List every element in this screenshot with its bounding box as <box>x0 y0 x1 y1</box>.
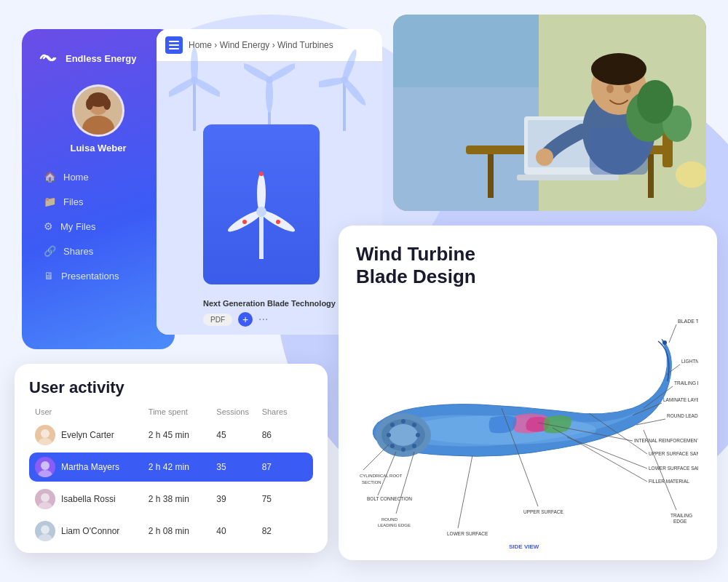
photo-panel <box>393 15 706 211</box>
sidebar-item-home[interactable]: 🏠Home <box>36 165 160 188</box>
row-sessions-2: 39 <box>216 494 261 504</box>
svg-text:ROUND: ROUND <box>381 517 398 522</box>
bg-windmills <box>157 44 382 131</box>
svg-rect-38 <box>517 175 619 180</box>
row-name-3: Liam O'Connor <box>61 526 119 536</box>
user-avatar-1 <box>35 457 55 477</box>
svg-text:BOLT CONNECTION: BOLT CONNECTION <box>367 496 412 501</box>
svg-text:UPPER SURFACE: UPPER SURFACE <box>523 509 564 514</box>
svg-point-15 <box>266 76 273 84</box>
svg-point-45 <box>536 148 553 166</box>
nav-items: 🏠Home📁Files⚙My Files🔗Shares🖥Presentation… <box>36 165 160 287</box>
sidebar-item-shares[interactable]: 🔗Shares <box>36 239 160 263</box>
svg-line-72 <box>669 324 676 343</box>
diagram-panel: Wind TurbineBlade Design <box>339 226 717 560</box>
svg-text:EDGE: EDGE <box>673 519 687 524</box>
row-name-2: Isabella Rossi <box>61 494 116 504</box>
svg-text:TRAILING: TRAILING <box>670 513 692 518</box>
svg-point-25 <box>256 207 266 217</box>
svg-text:LIGHTNING RECEPTOR: LIGHTNING RECEPTOR <box>681 359 698 364</box>
card-info: Next Generation Blade Technology PDF + ·… <box>203 299 336 327</box>
svg-point-71 <box>662 340 667 345</box>
svg-text:TRAILING EDGE: TRAILING EDGE <box>674 380 698 386</box>
col-time: Time spent <box>149 407 217 416</box>
svg-point-28 <box>276 220 280 224</box>
svg-point-58 <box>38 534 52 541</box>
svg-point-52 <box>38 438 52 445</box>
activity-title: User activity <box>29 378 313 397</box>
svg-point-57 <box>41 525 50 534</box>
row-shares-0: 86 <box>262 430 307 440</box>
svg-point-55 <box>41 493 50 502</box>
presentations-icon: 🖥 <box>44 270 54 282</box>
row-user-0: Evelyn Carter <box>35 425 149 445</box>
svg-line-95 <box>396 452 414 514</box>
svg-point-41 <box>591 53 646 85</box>
wind-card-wrapper: Next Generation Blade Technology PDF + ·… <box>203 124 336 327</box>
more-options[interactable]: ··· <box>258 313 268 326</box>
svg-point-62 <box>389 424 418 446</box>
user-name: Luisa Weber <box>70 143 126 154</box>
table-row: Martha Mayers 2 h 42 min 35 87 <box>29 453 313 482</box>
row-name-1: Martha Mayers <box>61 462 119 472</box>
sidebar-panel: Endless Energy Luisa Weber 🏠Home📁Files⚙M… <box>22 29 175 349</box>
svg-point-69 <box>390 444 395 448</box>
svg-point-26 <box>259 172 264 176</box>
svg-point-54 <box>38 470 52 477</box>
svg-text:INTERNAL REINFORCEMENT: INTERNAL REINFORCEMENT <box>634 438 698 443</box>
row-time-3: 2 h 08 min <box>149 526 217 536</box>
photo-illustration <box>393 15 706 211</box>
svg-point-70 <box>387 433 391 437</box>
turbine-svg <box>218 146 305 263</box>
svg-text:UPPER SURFACE SANDWICH SHELL: UPPER SURFACE SANDWICH SHELL <box>649 451 698 456</box>
svg-text:LOWER SURFACE: LOWER SURFACE <box>447 531 488 536</box>
row-shares-2: 75 <box>262 494 307 504</box>
home-icon: 🏠 <box>44 171 56 183</box>
svg-text:LEADING EDGE: LEADING EDGE <box>378 523 411 527</box>
svg-point-27 <box>242 220 247 224</box>
svg-rect-21 <box>259 212 264 259</box>
photo-inner <box>393 15 706 211</box>
svg-point-65 <box>412 423 416 427</box>
svg-point-64 <box>401 419 405 423</box>
pdf-badge[interactable]: PDF <box>203 314 232 326</box>
diagram-visual: BLADE TIP LIGHTNING RECEPTOR LAMINATE LA… <box>356 295 700 560</box>
nav-label-my-files: My Files <box>60 221 95 232</box>
svg-point-50 <box>676 162 706 188</box>
table-row: Evelyn Carter 2 h 45 min 45 86 <box>29 420 313 450</box>
logo-text: Endless Energy <box>66 53 137 64</box>
row-shares-3: 82 <box>262 526 307 536</box>
sidebar-item-my-files[interactable]: ⚙My Files <box>36 215 160 238</box>
svg-line-90 <box>363 445 389 470</box>
svg-text:LAMINATE LAYERS: LAMINATE LAYERS <box>663 397 698 402</box>
row-time-0: 2 h 45 min <box>149 430 217 440</box>
sidebar-item-presentations[interactable]: 🖥Presentations <box>36 264 160 287</box>
table-row: Liam O'Connor 2 h 08 min 40 82 <box>29 517 313 546</box>
svg-point-66 <box>416 433 420 437</box>
user-avatar-2 <box>35 489 55 509</box>
svg-text:FILLER MATERIAL: FILLER MATERIAL <box>649 479 689 484</box>
svg-point-43 <box>624 84 631 93</box>
svg-rect-16 <box>343 80 346 131</box>
row-name-0: Evelyn Carter <box>61 430 114 440</box>
logo-icon <box>36 47 60 70</box>
svg-text:LOWER SURFACE SANDWICH SHELL: LOWER SURFACE SANDWICH SHELL <box>649 466 698 471</box>
svg-point-42 <box>606 84 614 93</box>
svg-point-51 <box>41 429 50 438</box>
table-row: Isabella Rossi 2 h 38 min 39 75 <box>29 485 313 514</box>
svg-point-63 <box>390 423 395 427</box>
card-label: Next Generation Blade Technology <box>203 299 336 308</box>
svg-text:BLADE TIP: BLADE TIP <box>678 319 698 324</box>
user-avatar-0 <box>35 425 55 445</box>
row-sessions-0: 45 <box>216 430 261 440</box>
add-button[interactable]: + <box>238 312 253 327</box>
svg-rect-35 <box>648 154 654 198</box>
row-time-2: 2 h 38 min <box>149 494 217 504</box>
svg-point-53 <box>41 461 50 470</box>
svg-point-67 <box>412 444 416 448</box>
menu-line1 <box>169 41 179 42</box>
svg-text:CYLINDRICAL ROOT: CYLINDRICAL ROOT <box>360 474 403 478</box>
nav-label-files: Files <box>63 196 83 207</box>
svg-text:ROUND LEADING EDGE: ROUND LEADING EDGE <box>667 413 698 418</box>
sidebar-item-files[interactable]: 📁Files <box>36 190 160 213</box>
